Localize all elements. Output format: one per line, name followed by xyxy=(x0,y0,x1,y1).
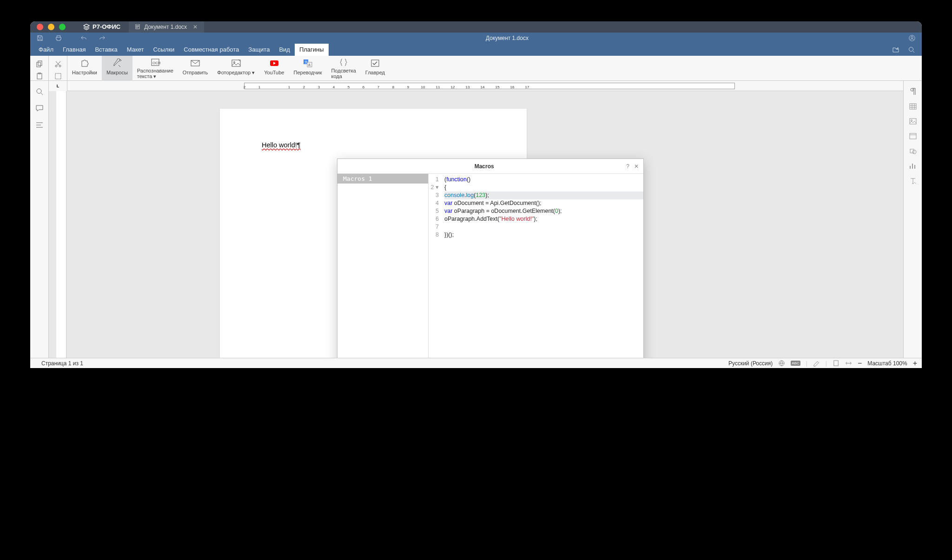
search-icon[interactable] xyxy=(908,46,915,53)
ribbon-ocr-button[interactable]: OCRРаспознаваниетекста ▾ xyxy=(132,56,178,81)
menu-home[interactable]: Главная xyxy=(58,44,90,56)
document-tab[interactable]: Документ 1.docx ✕ xyxy=(129,21,204,33)
vertical-ruler[interactable] xyxy=(56,91,66,358)
ribbon-braces-button[interactable]: Подсветкакода xyxy=(326,56,360,81)
zoom-label[interactable]: Масштаб 100% xyxy=(867,360,907,367)
ribbon-youtube-button[interactable]: YouTube xyxy=(259,56,289,81)
headings-icon[interactable] xyxy=(35,121,44,129)
ribbon-mail-button[interactable]: Отправить xyxy=(178,56,213,81)
svg-rect-27 xyxy=(910,149,914,153)
track-changes-icon[interactable] xyxy=(813,360,820,367)
paragraph-settings-icon[interactable] xyxy=(909,87,917,96)
chart-settings-icon[interactable] xyxy=(909,162,917,170)
table-settings-icon[interactable] xyxy=(909,102,917,111)
ribbon-label: Фоторедактор ▾ xyxy=(217,70,255,75)
print-icon[interactable] xyxy=(53,33,64,43)
save-icon[interactable] xyxy=(35,33,45,43)
language-label[interactable]: Русский (Россия) xyxy=(728,360,773,367)
code-gutter: 12 ▾345678 xyxy=(429,174,442,358)
ribbon-label: Главред xyxy=(365,70,385,75)
svg-rect-23 xyxy=(910,104,916,109)
zoom-out-icon[interactable]: − xyxy=(858,359,862,368)
svg-rect-30 xyxy=(834,361,838,366)
app-name-tab[interactable]: Р7-ОФИС xyxy=(75,21,129,33)
ribbon-tools-button[interactable]: Макросы xyxy=(102,56,132,81)
open-location-icon[interactable] xyxy=(892,46,899,53)
menu-protect[interactable]: Защита xyxy=(244,44,274,56)
svg-rect-4 xyxy=(37,62,40,67)
status-bar: Страница 1 из 1 Русский (Россия) ABC | |… xyxy=(30,358,922,368)
fit-page-icon[interactable] xyxy=(833,360,840,367)
ruler-corner: L xyxy=(49,81,67,91)
dialog-titlebar: Macros ? ✕ xyxy=(337,159,643,174)
macro-list: Macros 1 xyxy=(337,174,429,358)
header-title: Документ 1.docx xyxy=(107,35,907,41)
select-all-icon[interactable] xyxy=(54,72,62,80)
header-left xyxy=(35,33,107,43)
horizontal-ruler[interactable]: L 211234567891011121314151617 xyxy=(49,81,903,91)
menu-bar: Файл Главная Вставка Макет Ссылки Совмес… xyxy=(30,44,922,56)
close-tab-icon[interactable]: ✕ xyxy=(193,21,198,33)
menu-insert[interactable]: Вставка xyxy=(90,44,122,56)
paste-icon[interactable] xyxy=(36,72,43,80)
menu-layout[interactable]: Макет xyxy=(122,44,149,56)
right-sidebar xyxy=(903,81,922,358)
header-footer-icon[interactable] xyxy=(909,132,917,140)
comments-icon[interactable] xyxy=(35,104,44,112)
page-indicator[interactable]: Страница 1 из 1 xyxy=(35,360,83,367)
cut-icon[interactable] xyxy=(54,60,62,68)
ocr-icon: OCR xyxy=(149,58,161,67)
code-editor[interactable]: 12 ▾345678 (function() { console.log(123… xyxy=(429,174,643,358)
ribbon-puzzle-button[interactable]: Настройки xyxy=(67,56,102,81)
zoom-in-icon[interactable]: + xyxy=(913,359,917,368)
svg-point-22 xyxy=(37,89,41,93)
youtube-icon xyxy=(268,58,280,69)
textart-settings-icon[interactable] xyxy=(909,177,917,185)
find-icon[interactable] xyxy=(35,87,44,96)
spellcheck-icon[interactable]: ABC xyxy=(791,361,800,366)
mail-icon xyxy=(189,58,201,69)
doc-tab-label: Документ 1.docx xyxy=(144,21,187,33)
undo-icon[interactable] xyxy=(79,33,89,43)
redo-icon[interactable] xyxy=(97,33,107,43)
ribbon-label: Подсветкакода xyxy=(331,68,356,79)
copy-icon[interactable] xyxy=(36,60,43,68)
menu-collab[interactable]: Совместная работа xyxy=(179,44,244,56)
photo-icon xyxy=(230,58,242,69)
left-sidebar xyxy=(30,81,49,358)
menu-links[interactable]: Ссылки xyxy=(149,44,179,56)
svg-text:文: 文 xyxy=(304,60,308,64)
doc-canvas[interactable]: Hello world!¶ Macros ? ✕ Macros 1 xyxy=(66,91,903,358)
menu-plugins[interactable]: Плагины xyxy=(295,44,329,56)
menu-view[interactable]: Вид xyxy=(274,44,295,56)
translate-icon: 文A xyxy=(302,58,314,69)
ribbon: НастройкиМакросыOCRРаспознаваниетекста ▾… xyxy=(30,56,922,81)
ribbon-check-button[interactable]: Главред xyxy=(361,56,390,81)
ribbon-label: Распознаваниетекста ▾ xyxy=(137,68,173,79)
menu-file[interactable]: Файл xyxy=(34,44,58,56)
ribbon-photo-button[interactable]: Фоторедактор ▾ xyxy=(212,56,259,81)
globe-icon[interactable] xyxy=(778,360,785,367)
dialog-body: Macros 1 12 ▾345678 (function() { consol… xyxy=(337,174,643,358)
svg-rect-14 xyxy=(232,60,240,66)
ribbon-label: Отправить xyxy=(183,70,208,75)
dialog-close-icon[interactable]: ✕ xyxy=(634,163,639,170)
close-window-icon[interactable] xyxy=(37,24,43,30)
code-content[interactable]: (function() { console.log(123); var oDoc… xyxy=(442,174,643,358)
macro-list-item[interactable]: Macros 1 xyxy=(337,174,428,184)
tools-icon xyxy=(111,58,123,69)
titlebar: Р7-ОФИС Документ 1.docx ✕ xyxy=(30,21,922,33)
dialog-title: Macros xyxy=(342,163,626,170)
fit-width-icon[interactable] xyxy=(845,360,852,367)
minimize-window-icon[interactable] xyxy=(48,24,54,30)
maximize-window-icon[interactable] xyxy=(59,24,66,30)
svg-point-3 xyxy=(909,47,913,52)
shape-settings-icon[interactable] xyxy=(909,147,917,155)
svg-point-15 xyxy=(233,62,235,63)
puzzle-icon xyxy=(79,58,91,69)
doc-icon xyxy=(135,24,141,30)
user-avatar-icon[interactable] xyxy=(907,33,917,43)
dialog-help-icon[interactable]: ? xyxy=(626,163,629,170)
image-settings-icon[interactable] xyxy=(909,117,917,125)
ribbon-translate-button[interactable]: 文AПереводчик xyxy=(289,56,326,81)
